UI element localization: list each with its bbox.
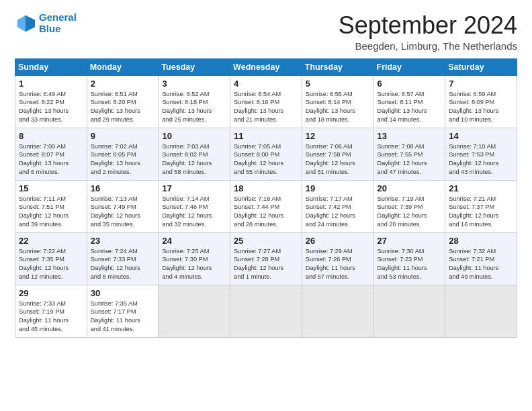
day-number: 27 — [378, 236, 443, 246]
calendar-header-row: Sunday Monday Tuesday Wednesday Thursday… — [15, 58, 517, 75]
cell-text: Sunset: 7:30 PM — [162, 255, 227, 264]
cell-text: Sunrise: 7:06 AM — [306, 142, 371, 151]
cell-text: Sunset: 7:49 PM — [91, 203, 156, 212]
cell-text: Sunset: 8:16 PM — [234, 98, 299, 107]
cell-text: Sunset: 8:02 PM — [162, 150, 227, 159]
cell-text: Sunset: 8:00 PM — [234, 150, 299, 159]
calendar-week-1: 1Sunrise: 6:49 AMSunset: 8:22 PMDaylight… — [15, 75, 517, 128]
cell-text: Sunset: 8:14 PM — [306, 98, 371, 107]
day-number: 30 — [91, 288, 156, 298]
day-number: 4 — [234, 79, 299, 89]
cell-text: Sunset: 7:55 PM — [378, 150, 443, 159]
cell-text: Daylight: 13 hours — [234, 107, 299, 116]
cell-text: Daylight: 13 hours — [19, 107, 84, 116]
col-wednesday: Wednesday — [230, 58, 302, 75]
col-friday: Friday — [373, 58, 445, 75]
table-row: 22Sunrise: 7:22 AMSunset: 7:35 PMDayligh… — [15, 232, 87, 285]
month-title: September 2024 — [339, 12, 517, 39]
cell-text: Sunrise: 7:19 AM — [378, 195, 443, 203]
logo-line1: General — [39, 12, 77, 24]
cell-text: Daylight: 12 hours — [162, 212, 227, 220]
table-row: 10Sunrise: 7:03 AMSunset: 8:02 PMDayligh… — [159, 128, 230, 180]
cell-text: Sunrise: 6:57 AM — [378, 90, 443, 99]
cell-text: Sunset: 7:51 PM — [19, 203, 84, 212]
cell-text: Sunset: 8:20 PM — [91, 98, 156, 107]
day-number: 11 — [234, 131, 299, 141]
cell-text: and 24 minutes. — [306, 220, 371, 229]
cell-text: Sunset: 7:39 PM — [378, 203, 443, 212]
cell-text: Sunrise: 7:16 AM — [234, 195, 299, 203]
cell-text: Daylight: 11 hours — [449, 264, 514, 273]
day-number: 10 — [162, 131, 227, 141]
table-row: 19Sunrise: 7:17 AMSunset: 7:42 PMDayligh… — [302, 180, 373, 232]
table-row: 15Sunrise: 7:11 AMSunset: 7:51 PMDayligh… — [15, 180, 87, 232]
table-row: 25Sunrise: 7:27 AMSunset: 7:28 PMDayligh… — [230, 232, 302, 285]
cell-text: Daylight: 11 hours — [378, 264, 443, 273]
cell-text: Daylight: 11 hours — [306, 264, 371, 273]
day-number: 28 — [449, 236, 514, 246]
cell-text: Sunset: 8:11 PM — [378, 98, 443, 107]
cell-text: Sunset: 7:28 PM — [234, 255, 299, 264]
day-number: 5 — [306, 79, 371, 89]
table-row: 26Sunrise: 7:29 AMSunset: 7:26 PMDayligh… — [302, 232, 373, 285]
col-saturday: Saturday — [445, 58, 517, 75]
cell-text: Daylight: 12 hours — [19, 264, 84, 273]
cell-text: Daylight: 13 hours — [19, 159, 84, 168]
cell-text: and 10 minutes. — [449, 116, 514, 124]
cell-text: Sunset: 8:22 PM — [19, 98, 84, 107]
day-number: 9 — [91, 131, 156, 141]
calendar-week-5: 29Sunrise: 7:33 AMSunset: 7:19 PMDayligh… — [15, 285, 517, 337]
table-row: 8Sunrise: 7:00 AMSunset: 8:07 PMDaylight… — [15, 128, 87, 180]
page: General Blue September 2024 Beegden, Lim… — [0, 0, 532, 345]
cell-text: Daylight: 12 hours — [378, 212, 443, 220]
day-number: 17 — [162, 183, 227, 193]
table-row: 12Sunrise: 7:06 AMSunset: 7:58 PMDayligh… — [302, 128, 373, 180]
cell-text: Daylight: 12 hours — [234, 159, 299, 168]
table-row: 9Sunrise: 7:02 AMSunset: 8:05 PMDaylight… — [87, 128, 159, 180]
cell-text: Sunrise: 7:14 AM — [162, 195, 227, 203]
cell-text: and 51 minutes. — [306, 168, 371, 177]
day-number: 19 — [306, 183, 371, 193]
table-row: 3Sunrise: 6:52 AMSunset: 8:18 PMDaylight… — [159, 75, 230, 128]
cell-text: and 47 minutes. — [378, 168, 443, 177]
table-row: 20Sunrise: 7:19 AMSunset: 7:39 PMDayligh… — [373, 180, 445, 232]
table-row: 1Sunrise: 6:49 AMSunset: 8:22 PMDaylight… — [15, 75, 87, 128]
cell-text: Daylight: 12 hours — [162, 264, 227, 273]
cell-text: and 53 minutes. — [378, 273, 443, 281]
cell-text: and 41 minutes. — [91, 325, 156, 334]
cell-text: and 55 minutes. — [234, 168, 299, 177]
day-number: 29 — [19, 288, 84, 298]
cell-text: Daylight: 13 hours — [91, 159, 156, 168]
cell-text: and 32 minutes. — [162, 220, 227, 229]
day-number: 8 — [19, 131, 84, 141]
cell-text: and 35 minutes. — [91, 220, 156, 229]
table-row: 28Sunrise: 7:32 AMSunset: 7:21 PMDayligh… — [445, 232, 517, 285]
cell-text: Daylight: 12 hours — [449, 212, 514, 220]
cell-text: and 12 minutes. — [19, 273, 84, 281]
cell-text: and 57 minutes. — [306, 273, 371, 281]
col-sunday: Sunday — [15, 58, 87, 75]
calendar-week-2: 8Sunrise: 7:00 AMSunset: 8:07 PMDaylight… — [15, 128, 517, 180]
col-thursday: Thursday — [302, 58, 373, 75]
day-number: 23 — [91, 236, 156, 246]
logo-line2: Blue — [39, 24, 77, 35]
cell-text: Sunrise: 7:10 AM — [449, 142, 514, 151]
day-number: 20 — [378, 183, 443, 193]
table-row: 18Sunrise: 7:16 AMSunset: 7:44 PMDayligh… — [230, 180, 302, 232]
cell-text: Sunrise: 7:29 AM — [306, 247, 371, 256]
cell-text: Sunrise: 7:35 AM — [91, 300, 156, 308]
day-number: 22 — [19, 236, 84, 246]
cell-text: Sunrise: 7:17 AM — [306, 195, 371, 203]
table-row: 7Sunrise: 6:59 AMSunset: 8:09 PMDaylight… — [445, 75, 517, 128]
cell-text: and 45 minutes. — [19, 325, 84, 334]
cell-text: Sunrise: 7:13 AM — [91, 195, 156, 203]
cell-text: Sunset: 8:07 PM — [19, 150, 84, 159]
table-row: 24Sunrise: 7:25 AMSunset: 7:30 PMDayligh… — [159, 232, 230, 285]
cell-text: Sunset: 7:53 PM — [449, 150, 514, 159]
cell-text: Sunrise: 7:02 AM — [91, 142, 156, 151]
cell-text: Sunrise: 6:54 AM — [234, 90, 299, 99]
table-row — [302, 285, 373, 337]
cell-text: Sunset: 7:37 PM — [449, 203, 514, 212]
cell-text: Sunset: 7:17 PM — [91, 308, 156, 316]
cell-text: Sunset: 8:09 PM — [449, 98, 514, 107]
